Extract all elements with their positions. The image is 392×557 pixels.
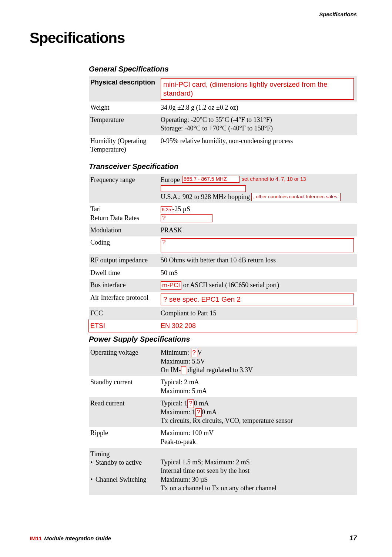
page-footer: IM11 Module Integration Guide 17 (30, 534, 357, 542)
annotation-box: ? see spec. EPC1 Gen 2 (161, 294, 354, 306)
cell-label: Temperature (89, 114, 159, 135)
footer-guide: Module Integration Guide (44, 535, 111, 541)
table-row: Physical description mini-PCI card, (dim… (89, 76, 357, 102)
text-line: Internal time not seen by the host (161, 467, 354, 475)
table-row: Temperature Operating: -20°C to 55°C (-4… (89, 114, 357, 135)
text-line: Maximum: 5.5V (161, 357, 354, 366)
text-line: Storage: -40°C to +70°C (-40°F to 158°F) (161, 124, 354, 133)
table-power: Operating voltage Minimum: ?V Maximum: 5… (89, 347, 357, 494)
cell-label: Standby current (89, 376, 159, 397)
cell-value: EN 302 208 (159, 320, 357, 332)
table-row: Read current Typical: 1?0 mA Maximum: 1?… (89, 397, 357, 427)
table-row: Humidity (Operating Temperature) 0-95% r… (89, 135, 357, 156)
table-row: Weight 34.0g ±2.8 g (1.2 oz ±0.2 oz) (89, 102, 357, 114)
cell-value: Europe 865.7 - 867.5 MHZ set channel to … (159, 174, 357, 203)
cell-value: 6.25-25 µS ? (159, 203, 357, 224)
cell-label: Ripple (89, 427, 159, 448)
text-line: Tx circuits, Rx circuits, VCO, temperatu… (161, 417, 354, 425)
table-row: Timing •Standby to active •Channel Switc… (89, 448, 357, 495)
cell-value: ? (159, 236, 357, 254)
text: digital regulated to 3.3V (186, 366, 253, 374)
footer-page-number: 17 (349, 534, 357, 542)
annotation-box: 6.25 (161, 206, 172, 213)
cell-label: FCC (89, 307, 159, 319)
footer-product: IM11 (30, 535, 42, 541)
text: On IM- (161, 366, 181, 374)
text: Maximum: 1 (161, 408, 195, 416)
cell-value: Compliant to Part 15 (159, 307, 357, 319)
annotation-box (181, 366, 186, 374)
table-row: FCC Compliant to Part 15 (89, 307, 357, 319)
text: -25 µS (172, 205, 190, 213)
table-row: ETSI EN 302 208 (89, 320, 357, 332)
cell-value: Minimum: ?V Maximum: 5.5V On IM- digital… (159, 347, 357, 376)
table-general: Physical description mini-PCI card, (dim… (89, 76, 357, 156)
text: Typical: 1 (161, 399, 187, 407)
text-line: Peak-to-peak (161, 438, 354, 446)
text: U.S.A.: 902 to 928 MHz hopping (161, 193, 250, 201)
cell-value: 34.0g ±2.8 g (1.2 oz ±0.2 oz) (159, 102, 357, 114)
cell-value: m-PCI or ASCII serial (16C650 serial por… (159, 279, 357, 291)
cell-label: Dwell time (89, 267, 159, 279)
text: 0 mA (194, 399, 209, 407)
annotation-box: ? (195, 408, 202, 417)
section-heading-power: Power Supply Specifications (89, 335, 357, 344)
cell-value: mini-PCI card, (dimensions lightly overs… (159, 76, 357, 102)
text-line: Typical 1.5 mS; Maximum: 2 mS (161, 458, 354, 467)
text: or ASCII serial (16C650 serial port) (181, 281, 279, 289)
text-line: Maximum: 100 mV (161, 429, 354, 437)
running-header: Specifications (319, 11, 357, 17)
table-row: Coding ? (89, 236, 357, 254)
text: Timing (90, 450, 156, 458)
table-row: Tari Return Data Rates 6.25-25 µS ? (89, 203, 357, 224)
section-heading-general: General Specifications (89, 65, 357, 73)
annotation-box: , other countries contact Intermec sales… (251, 193, 341, 201)
annotation-blank (161, 185, 246, 192)
table-row: RF output impedance 50 Ohms with better … (89, 254, 357, 266)
annotation-text: ETSI (90, 322, 105, 329)
annotation-box: ? (191, 349, 197, 357)
page-title: Specifications (30, 30, 357, 46)
text: Standby to active (96, 459, 142, 466)
annotation-box: m-PCI (161, 281, 181, 289)
cell-value: ? see spec. EPC1 Gen 2 (159, 292, 357, 308)
cell-label: Tari Return Data Rates (89, 203, 159, 224)
cell-label: Modulation (89, 224, 159, 236)
table-row: Air Interface protocol ? see spec. EPC1 … (89, 292, 357, 308)
cell-label: Physical description (89, 76, 159, 102)
text: Return Data Rates (90, 214, 156, 222)
cell-value: Maximum: 100 mV Peak-to-peak (159, 427, 357, 448)
table-row: Ripple Maximum: 100 mV Peak-to-peak (89, 427, 357, 448)
cell-label: Timing •Standby to active •Channel Switc… (89, 448, 159, 495)
cell-label: Operating voltage (89, 347, 159, 376)
annotation-box: ? (187, 399, 194, 408)
cell-value: 50 mS (159, 267, 357, 279)
table-row: Bus interface m-PCI or ASCII serial (16C… (89, 279, 357, 291)
cell-label: Humidity (Operating Temperature) (89, 135, 159, 156)
annotation-box: 865.7 - 867.5 MHZ (182, 176, 239, 183)
text-line: Maximum: 30 µS (161, 475, 354, 484)
text: Channel Switching (96, 476, 147, 483)
table-row: Standby current Typical: 2 mA Maximum: 5… (89, 376, 357, 397)
text-line: Maximum: 5 mA (161, 387, 354, 395)
cell-label: Air Interface protocol (89, 292, 159, 308)
table-row: Operating voltage Minimum: ?V Maximum: 5… (89, 347, 357, 376)
annotation-box: ? (161, 238, 354, 252)
cell-label: Frequency range (89, 174, 159, 203)
cell-value: PRASK (159, 224, 357, 236)
table-row: Modulation PRASK (89, 224, 357, 236)
cell-label: RF output impedance (89, 254, 159, 266)
cell-value: 0-95% relative humidity, non-condensing … (159, 135, 357, 156)
text-line: Operating: -20°C to 55°C (-4°F to 131°F) (161, 116, 354, 124)
annotation-text: set channel to 4, 7, 10 or 13 (242, 176, 306, 182)
cell-value: Typical: 2 mA Maximum: 5 mA (159, 376, 357, 397)
text: Minimum: (161, 349, 191, 356)
cell-value: Operating: -20°C to 55°C (-4°F to 131°F)… (159, 114, 357, 135)
section-heading-transceiver: Transceiver Specification (89, 162, 357, 171)
annotation-box: ? (161, 214, 212, 222)
text: Tari (90, 205, 156, 213)
annotation-text: EN 302 208 (161, 322, 196, 329)
cell-label: Weight (89, 102, 159, 114)
text-line: Typical: 2 mA (161, 378, 354, 387)
cell-value: 50 Ohms with better than 10 dB return lo… (159, 254, 357, 266)
